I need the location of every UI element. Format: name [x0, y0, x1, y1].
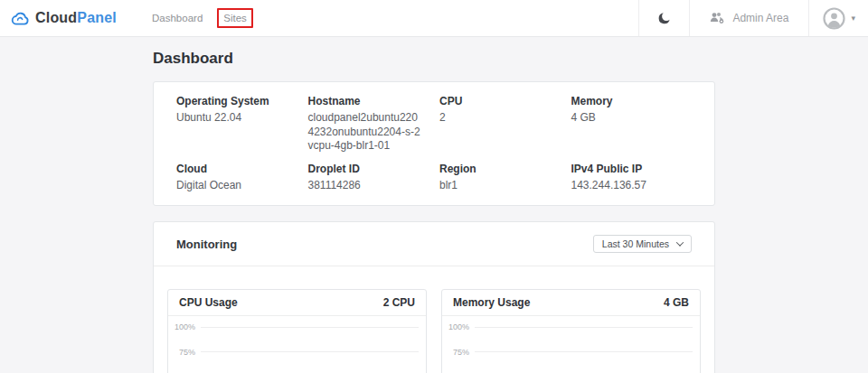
chevron-down-icon	[676, 239, 684, 247]
cloud-logo-icon	[11, 11, 30, 26]
top-navbar: CloudPanel Dashboard Sites	[0, 0, 868, 37]
info-field-cpu: CPU 2	[439, 95, 561, 154]
monitoring-body: CPU Usage 2 CPU 100%75%50%25% Memory Usa…	[154, 266, 714, 373]
info-field-region: Region blr1	[439, 163, 561, 193]
chart-title: Memory Usage	[453, 296, 530, 309]
info-field-memory: Memory 4 GB	[571, 95, 693, 154]
user-menu-button[interactable]: ▾	[809, 0, 868, 36]
info-field-droplet-id: Droplet ID 381114286	[308, 163, 429, 193]
info-field-ipv4: IPv4 Public IP 143.244.136.57	[571, 163, 693, 193]
time-range-select[interactable]: Last 30 Minutes	[593, 235, 692, 253]
chart-capacity: 2 CPU	[383, 296, 415, 309]
page-title: Dashboard	[153, 49, 715, 69]
nav-item-sites[interactable]: Sites	[222, 11, 248, 25]
memory-usage-chart-card: Memory Usage 4 GB 100%75%50%25%	[441, 289, 701, 373]
time-range-value: Last 30 Minutes	[602, 238, 669, 249]
dark-mode-toggle[interactable]	[639, 0, 689, 36]
chart-capacity: 4 GB	[664, 296, 689, 309]
cpu-usage-plot: 100%75%50%25%	[168, 316, 426, 373]
memory-usage-plot: 100%75%50%25%	[442, 316, 700, 373]
monitoring-card: Monitoring Last 30 Minutes CPU Usage 2 C…	[153, 221, 715, 373]
nav-item-sites-label: Sites	[223, 13, 247, 23]
info-field-hostname: Hostname cloudpanel2ubuntu2204232onubunt…	[308, 95, 429, 154]
info-field-operating-system: Operating System Ubuntu 22.04	[176, 95, 297, 154]
chevron-down-icon: ▾	[851, 14, 855, 23]
monitoring-title: Monitoring	[176, 238, 237, 251]
chart-title: CPU Usage	[179, 296, 238, 309]
brand-logo[interactable]: CloudPanel	[11, 10, 117, 26]
main-content: Dashboard Operating System Ubuntu 22.04 …	[153, 49, 715, 373]
admin-area-label: Admin Area	[732, 12, 788, 24]
users-gear-icon	[710, 12, 725, 24]
server-info-card: Operating System Ubuntu 22.04 Hostname c…	[153, 81, 715, 206]
brand-name: CloudPanel	[35, 10, 117, 26]
nav-item-dashboard[interactable]: Dashboard	[151, 11, 203, 25]
main-nav: Dashboard Sites	[151, 0, 248, 36]
navbar-actions: Admin Area ▾	[638, 0, 868, 36]
cpu-usage-chart-card: CPU Usage 2 CPU 100%75%50%25%	[167, 289, 427, 373]
info-field-cloud: Cloud Digital Ocean	[176, 163, 297, 193]
avatar-icon	[822, 6, 846, 31]
monitoring-header: Monitoring Last 30 Minutes	[154, 222, 714, 266]
admin-area-button[interactable]: Admin Area	[690, 0, 808, 36]
moon-icon	[656, 11, 672, 26]
